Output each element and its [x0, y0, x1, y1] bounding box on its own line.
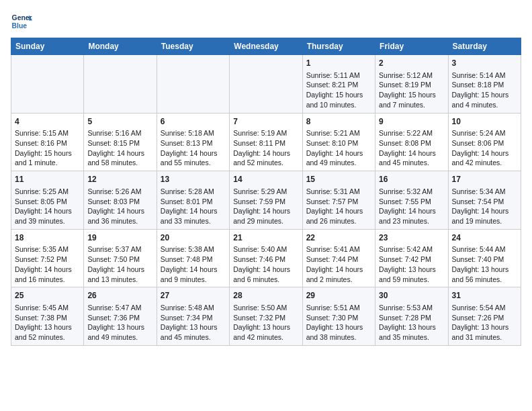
day-info: Sunrise: 5:25 AM: [15, 187, 80, 197]
day-info: Sunrise: 5:35 AM: [15, 244, 80, 255]
day-info: and 9 minutes.: [161, 275, 226, 285]
day-info: Sunrise: 5:26 AM: [87, 187, 152, 197]
day-info: Daylight: 14 hours: [161, 206, 226, 216]
day-info: and 49 minutes.: [87, 332, 152, 342]
day-info: Sunset: 8:11 PM: [233, 138, 298, 148]
week-row-2: 4Sunrise: 5:15 AMSunset: 8:16 PMDaylight…: [11, 113, 521, 171]
day-info: Daylight: 13 hours: [87, 322, 152, 332]
calendar-cell: 18Sunrise: 5:35 AMSunset: 7:52 PMDayligh…: [11, 229, 84, 287]
day-info: Sunrise: 5:51 AM: [306, 303, 371, 313]
day-info: Sunrise: 5:38 AM: [161, 244, 226, 255]
day-info: and 59 minutes.: [379, 275, 444, 285]
calendar-cell: 17Sunrise: 5:34 AMSunset: 7:54 PMDayligh…: [448, 171, 521, 230]
day-info: Sunset: 7:28 PM: [379, 313, 444, 323]
day-number: 7: [233, 116, 298, 128]
day-info: Daylight: 14 hours: [306, 148, 371, 158]
day-info: Daylight: 15 hours: [452, 90, 517, 100]
calendar-cell: [84, 55, 157, 113]
day-info: and 19 minutes.: [452, 216, 517, 226]
day-info: and 55 minutes.: [161, 158, 226, 168]
day-info: Sunset: 8:15 PM: [87, 138, 152, 148]
day-info: Sunset: 8:21 PM: [306, 80, 371, 90]
week-row-5: 25Sunrise: 5:45 AMSunset: 7:38 PMDayligh…: [11, 287, 521, 346]
calendar-cell: 3Sunrise: 5:14 AMSunset: 8:18 PMDaylight…: [448, 55, 521, 113]
calendar-cell: 14Sunrise: 5:29 AMSunset: 7:59 PMDayligh…: [230, 171, 302, 230]
day-header-saturday: Saturday: [448, 38, 521, 55]
calendar-cell: 12Sunrise: 5:26 AMSunset: 8:03 PMDayligh…: [84, 171, 157, 230]
day-info: Daylight: 14 hours: [233, 206, 298, 216]
day-info: Sunrise: 5:37 AM: [87, 244, 152, 255]
week-row-4: 18Sunrise: 5:35 AMSunset: 7:52 PMDayligh…: [11, 229, 521, 287]
day-info: Daylight: 13 hours: [15, 322, 80, 332]
day-number: 11: [15, 174, 80, 185]
day-info: Daylight: 14 hours: [15, 265, 80, 275]
day-number: 26: [87, 290, 152, 302]
day-info: and 13 minutes.: [87, 275, 152, 285]
day-info: Sunset: 7:54 PM: [452, 197, 517, 207]
calendar-cell: 9Sunrise: 5:22 AMSunset: 8:08 PMDaylight…: [375, 113, 448, 171]
day-info: Sunset: 7:38 PM: [15, 313, 80, 323]
day-info: Sunrise: 5:18 AM: [161, 128, 226, 138]
day-info: Sunrise: 5:12 AM: [379, 71, 444, 81]
calendar-cell: 23Sunrise: 5:42 AMSunset: 7:42 PMDayligh…: [375, 229, 448, 287]
day-info: and 36 minutes.: [87, 216, 152, 226]
day-number: 19: [87, 232, 152, 244]
day-info: Sunrise: 5:11 AM: [306, 71, 371, 81]
calendar-cell: 1Sunrise: 5:11 AMSunset: 8:21 PMDaylight…: [302, 55, 375, 113]
logo-icon: General Blue: [11, 11, 32, 32]
day-info: Sunrise: 5:45 AM: [15, 303, 80, 313]
calendar-cell: 15Sunrise: 5:31 AMSunset: 7:57 PMDayligh…: [302, 171, 375, 230]
day-info: and 10 minutes.: [306, 100, 371, 110]
day-info: Sunrise: 5:31 AM: [306, 187, 371, 197]
day-header-thursday: Thursday: [302, 38, 375, 55]
day-info: Sunrise: 5:29 AM: [233, 187, 298, 197]
day-info: Sunset: 7:57 PM: [306, 197, 371, 207]
day-info: Daylight: 13 hours: [379, 265, 444, 275]
calendar-cell: 7Sunrise: 5:19 AMSunset: 8:11 PMDaylight…: [230, 113, 302, 171]
day-header-tuesday: Tuesday: [157, 38, 229, 55]
day-number: 16: [379, 174, 444, 185]
day-info: Daylight: 14 hours: [87, 148, 152, 158]
day-info: and 42 minutes.: [452, 158, 517, 168]
day-info: Sunset: 8:06 PM: [452, 138, 517, 148]
day-info: Sunset: 8:03 PM: [87, 197, 152, 207]
day-number: 25: [15, 290, 80, 302]
day-info: and 33 minutes.: [161, 216, 226, 226]
day-info: Sunset: 8:05 PM: [15, 197, 80, 207]
calendar-cell: 10Sunrise: 5:24 AMSunset: 8:06 PMDayligh…: [448, 113, 521, 171]
page-header: General Blue: [11, 11, 521, 32]
day-info: Daylight: 14 hours: [306, 265, 371, 275]
day-info: Daylight: 13 hours: [452, 265, 517, 275]
day-info: Sunrise: 5:50 AM: [233, 303, 298, 313]
day-info: Daylight: 13 hours: [452, 322, 517, 332]
calendar-cell: 13Sunrise: 5:28 AMSunset: 8:01 PMDayligh…: [157, 171, 229, 230]
day-info: and 4 minutes.: [452, 100, 517, 110]
day-number: 23: [379, 232, 444, 244]
day-number: 18: [15, 232, 80, 244]
day-number: 14: [233, 174, 298, 185]
calendar-cell: 26Sunrise: 5:47 AMSunset: 7:36 PMDayligh…: [84, 287, 157, 346]
day-info: Sunset: 7:44 PM: [306, 255, 371, 265]
day-info: Sunrise: 5:54 AM: [452, 303, 517, 313]
day-number: 2: [379, 58, 444, 69]
day-info: and 6 minutes.: [233, 275, 298, 285]
day-number: 15: [306, 174, 371, 185]
day-number: 22: [306, 232, 371, 244]
day-info: Sunrise: 5:22 AM: [379, 128, 444, 138]
day-info: Sunrise: 5:34 AM: [452, 187, 517, 197]
day-number: 4: [15, 116, 80, 128]
day-info: Sunset: 7:42 PM: [379, 255, 444, 265]
day-info: and 7 minutes.: [379, 100, 444, 110]
calendar-cell: 25Sunrise: 5:45 AMSunset: 7:38 PMDayligh…: [11, 287, 84, 346]
day-info: Daylight: 14 hours: [452, 148, 517, 158]
day-info: Daylight: 14 hours: [87, 206, 152, 216]
day-info: Sunset: 7:34 PM: [161, 313, 226, 323]
day-info: and 49 minutes.: [306, 158, 371, 168]
day-number: 29: [306, 290, 371, 302]
day-info: Sunrise: 5:40 AM: [233, 244, 298, 255]
day-number: 6: [161, 116, 226, 128]
day-info: and 16 minutes.: [15, 275, 80, 285]
day-number: 31: [452, 290, 517, 302]
day-info: and 45 minutes.: [161, 332, 226, 342]
day-header-friday: Friday: [375, 38, 448, 55]
